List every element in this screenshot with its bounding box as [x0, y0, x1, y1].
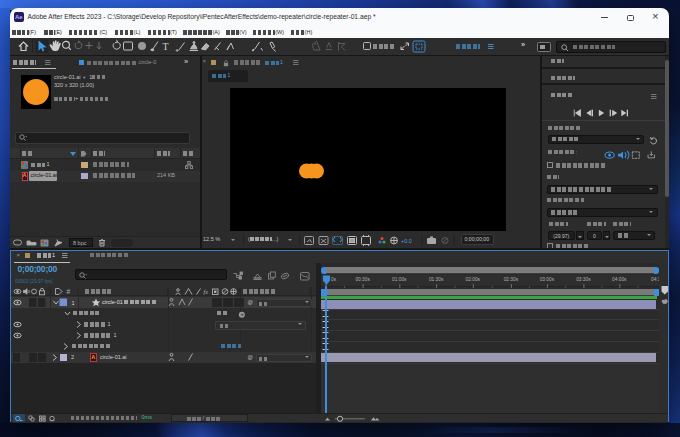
- svg-text:#: #: [67, 288, 71, 295]
- svg-text:1: 1: [72, 300, 75, 306]
- svg-text:+0.0: +0.0: [401, 238, 412, 244]
- svg-text:fx: fx: [204, 289, 209, 295]
- svg-text:T: T: [163, 41, 169, 52]
- svg-text:8 bpc: 8 bpc: [73, 240, 87, 246]
